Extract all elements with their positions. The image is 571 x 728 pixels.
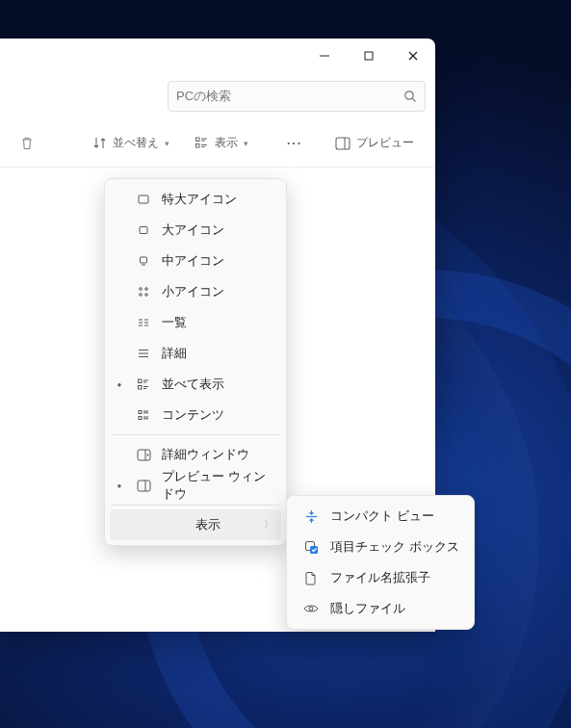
view-button[interactable]: 表示 ▾ — [185, 126, 258, 161]
maximize-button[interactable] — [347, 40, 391, 71]
search-icon — [403, 90, 417, 103]
selected-bullet: ● — [114, 481, 125, 490]
menu-item-medium-icons[interactable]: 中アイコン — [110, 246, 281, 276]
titlebar — [0, 39, 435, 73]
selected-bullet: ● — [114, 380, 125, 389]
content-icon — [135, 408, 152, 422]
svg-point-21 — [145, 294, 148, 297]
submenu-item-compact-view[interactable]: コンパクト ビュー — [292, 501, 469, 532]
sort-label: 並べ替え — [113, 135, 159, 151]
details-pane-icon — [135, 449, 152, 461]
submenu-item-file-extensions[interactable]: ファイル名拡張子 — [292, 562, 469, 593]
list-icon — [135, 316, 152, 329]
preview-label: プレビュー — [356, 135, 414, 151]
view-icon — [195, 136, 209, 150]
menu-item-extra-large-icons[interactable]: 特大アイコン — [110, 184, 281, 215]
svg-rect-46 — [138, 481, 150, 491]
view-menu: 特大アイコン 大アイコン 中アイコン 小アイコン 一覧 詳細 ● 並べて表示 コ… — [104, 178, 287, 546]
svg-point-18 — [140, 288, 143, 291]
sort-icon — [92, 136, 107, 150]
chevron-down-icon: ▾ — [165, 139, 169, 148]
svg-rect-52 — [310, 546, 318, 554]
svg-rect-12 — [336, 138, 350, 149]
medium-icons-icon — [135, 254, 152, 268]
compact-view-icon — [301, 509, 321, 524]
submenu-item-item-checkboxes[interactable]: 項目チェック ボックス — [292, 532, 469, 562]
view-label: 表示 — [215, 135, 238, 151]
svg-point-45 — [146, 454, 148, 455]
tiles-icon — [135, 377, 152, 391]
svg-point-4 — [405, 91, 413, 99]
menu-item-large-icons[interactable]: 大アイコン — [110, 215, 281, 246]
address-row: PCの検索 — [0, 73, 435, 119]
menu-item-small-icons[interactable]: 小アイコン — [110, 276, 281, 307]
svg-rect-7 — [196, 144, 200, 148]
preview-pane-icon — [135, 480, 152, 492]
preview-pane-button[interactable]: プレビュー — [325, 126, 424, 161]
svg-rect-6 — [196, 138, 200, 142]
close-button[interactable] — [391, 40, 435, 71]
more-button[interactable]: ··· — [279, 126, 310, 161]
menu-item-details[interactable]: 詳細 — [110, 338, 281, 369]
svg-rect-16 — [141, 257, 147, 263]
trash-icon — [19, 136, 35, 151]
sort-button[interactable]: 並べ替え ▾ — [83, 126, 179, 161]
small-icons-icon — [135, 285, 152, 299]
file-extension-icon — [301, 571, 321, 585]
submenu-item-hidden-files[interactable]: 隠しファイル — [292, 593, 469, 624]
preview-pane-icon — [335, 137, 350, 150]
menu-item-details-pane[interactable]: 詳細ウィンドウ — [110, 439, 281, 470]
menu-item-tiles[interactable]: ● 並べて表示 — [110, 369, 281, 400]
large-icons-icon — [135, 223, 152, 237]
extra-large-icons-icon — [135, 193, 152, 206]
svg-rect-32 — [139, 386, 143, 390]
chevron-down-icon: ▾ — [244, 139, 248, 148]
svg-point-20 — [140, 294, 143, 297]
toolbar: 並べ替え ▾ 表示 ▾ ··· プレビュー — [0, 119, 435, 168]
svg-rect-1 — [365, 52, 373, 60]
menu-item-content[interactable]: コンテンツ — [110, 400, 281, 430]
menu-item-show[interactable]: 表示 〉 — [110, 509, 281, 540]
details-icon — [135, 347, 152, 360]
delete-button[interactable] — [12, 126, 42, 161]
show-submenu: コンパクト ビュー 項目チェック ボックス ファイル名拡張子 隠しファイル — [286, 495, 475, 630]
svg-rect-14 — [139, 195, 148, 203]
checkbox-icon — [301, 540, 321, 555]
menu-item-preview-pane[interactable]: ● プレビュー ウィンドウ — [110, 470, 281, 501]
chevron-right-icon: 〉 — [264, 518, 273, 532]
svg-rect-37 — [139, 411, 142, 414]
ellipsis-icon: ··· — [287, 137, 302, 150]
menu-separator — [112, 505, 279, 506]
minimize-button[interactable] — [302, 40, 347, 71]
svg-rect-15 — [140, 227, 147, 234]
search-input[interactable]: PCの検索 — [168, 81, 426, 112]
svg-point-53 — [309, 607, 313, 611]
svg-rect-38 — [139, 417, 142, 420]
svg-rect-31 — [139, 379, 143, 383]
svg-point-19 — [145, 288, 148, 291]
search-placeholder: PCの検索 — [176, 88, 396, 105]
menu-item-list[interactable]: 一覧 — [110, 307, 281, 338]
svg-line-5 — [412, 98, 415, 101]
hidden-files-icon — [301, 603, 321, 614]
menu-separator — [112, 434, 279, 435]
